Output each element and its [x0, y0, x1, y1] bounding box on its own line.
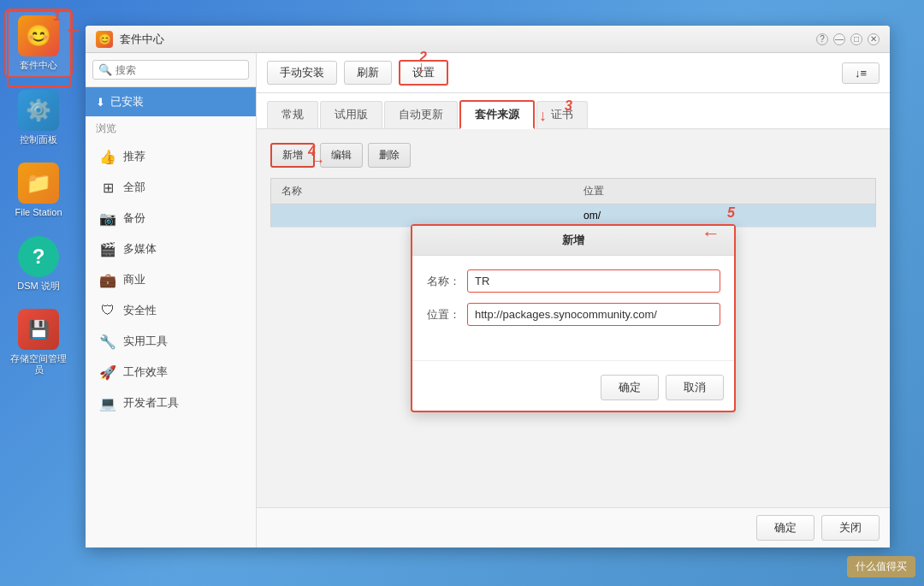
window-titlebar: 😊 套件中心 ? — □ ✕: [86, 26, 890, 53]
settings-content: 新增 编辑 删除 名称 位置: [257, 129, 890, 507]
search-icon: 🔍: [98, 63, 112, 76]
backup-label: 备份: [123, 210, 145, 226]
sidebar-item-media[interactable]: 🎬 多媒体: [86, 234, 256, 264]
name-input[interactable]: [467, 269, 720, 293]
dialog-title: 新增: [412, 226, 734, 256]
window-title: 套件中心: [120, 32, 164, 47]
search-input-wrap: 🔍: [92, 60, 249, 80]
help-button[interactable]: ?: [816, 33, 828, 45]
annotation-3: 3: [565, 98, 572, 114]
ctrl-panel-icon: ⚙️: [18, 90, 59, 131]
dialog-body: 名称： 位置：: [412, 256, 734, 350]
tab-trial[interactable]: 试用版: [320, 101, 382, 128]
refresh-button[interactable]: 刷新: [344, 61, 392, 85]
utility-label: 实用工具: [123, 334, 168, 349]
desktop-icon-storage-mgr[interactable]: 💾 存储空间管理员: [4, 304, 73, 381]
toolbar-right: ↓≡: [842, 62, 880, 84]
sidebar-item-business[interactable]: 💼 商业: [86, 264, 256, 295]
name-label: 名称：: [426, 274, 460, 289]
all-icon: ⊞: [99, 179, 116, 196]
pkg-center-label: 套件中心: [20, 60, 57, 71]
business-label: 商业: [123, 272, 145, 287]
annotation-4: 4: [308, 144, 316, 159]
dsm-help-icon: ?: [18, 236, 59, 277]
productivity-label: 工作效率: [123, 364, 168, 380]
toolbar: 手动安装 刷新 设置 ↓≡: [257, 53, 890, 93]
storage-mgr-icon: 💾: [18, 309, 59, 350]
taskbar: 😊 套件中心 ⚙️ 控制面板 📁 File Station ? DSM 说明 💾…: [0, 0, 77, 586]
desktop-icon-dsm-help[interactable]: ? DSM 说明: [4, 231, 73, 297]
dialog-cancel-button[interactable]: 取消: [666, 375, 724, 400]
business-icon: 💼: [99, 271, 116, 288]
minimize-button[interactable]: —: [833, 33, 845, 45]
sidebar-item-security[interactable]: 🛡 安全性: [86, 295, 256, 326]
titlebar-left: 😊 套件中心: [96, 31, 164, 48]
location-row: 位置：: [426, 303, 720, 326]
desktop-icon-pkg-center[interactable]: 😊 套件中心: [4, 9, 73, 78]
desktop: 😊 套件中心 ⚙️ 控制面板 📁 File Station ? DSM 说明 💾…: [0, 0, 924, 586]
security-icon: 🛡: [99, 302, 116, 319]
annotation-5: 5: [727, 205, 735, 221]
sidebar-item-all[interactable]: ⊞ 全部: [86, 172, 256, 203]
tab-pkg-source[interactable]: 套件来源: [459, 100, 535, 129]
recommended-icon: 👍: [99, 148, 116, 165]
settings-tabs: 常规 试用版 自动更新 套件来源 证书: [257, 93, 890, 129]
close-button[interactable]: ✕: [868, 33, 880, 45]
watermark: 什么值得买: [847, 556, 915, 577]
desktop-icon-file-station[interactable]: 📁 File Station: [4, 157, 73, 223]
titlebar-app-icon: 😊: [96, 31, 113, 48]
security-label: 安全性: [123, 303, 157, 318]
tab-auto-update[interactable]: 自动更新: [384, 101, 458, 128]
all-label: 全部: [123, 180, 145, 195]
utility-icon: 🔧: [99, 333, 116, 350]
ctrl-panel-label: 控制面板: [20, 134, 57, 145]
dialog-divider: [412, 360, 734, 361]
desktop-icon-ctrl-panel[interactable]: ⚙️ 控制面板: [4, 85, 73, 151]
browse-label: 浏览: [86, 116, 256, 141]
sidebar-item-productivity[interactable]: 🚀 工作效率: [86, 357, 256, 388]
location-input[interactable]: [467, 303, 720, 326]
restore-button[interactable]: □: [850, 33, 862, 45]
manual-install-button[interactable]: 手动安装: [267, 61, 337, 85]
sidebar-item-recommended[interactable]: 👍 推荐: [86, 141, 256, 172]
footer-confirm-button[interactable]: 确定: [756, 515, 814, 541]
storage-mgr-label: 存储空间管理员: [9, 353, 68, 376]
sidebar-item-utility[interactable]: 🔧 实用工具: [86, 326, 256, 357]
media-label: 多媒体: [123, 241, 157, 257]
annotation-2: 2: [419, 50, 427, 65]
window-body: 🔍 ⬇ 已安装 浏览 👍 推荐 ⊞ 全部: [86, 53, 890, 548]
sidebar-item-devtools[interactable]: 💻 开发者工具: [86, 388, 256, 418]
file-station-icon: 📁: [18, 163, 59, 204]
file-station-label: File Station: [15, 207, 62, 218]
media-icon: 🎬: [99, 240, 116, 257]
sidebar: 🔍 ⬇ 已安装 浏览 👍 推荐 ⊞ 全部: [86, 53, 257, 548]
backup-icon: 📷: [99, 210, 116, 227]
search-input[interactable]: [116, 64, 243, 76]
recommended-label: 推荐: [123, 149, 145, 164]
dialog-footer: 确定 取消: [412, 368, 734, 411]
search-bar: 🔍: [86, 53, 256, 87]
sidebar-item-backup[interactable]: 📷 备份: [86, 203, 256, 234]
dsm-help-label: DSM 说明: [17, 281, 60, 292]
dialog-confirm-button[interactable]: 确定: [601, 375, 659, 400]
annotation-1: 1: [53, 9, 61, 24]
devtools-label: 开发者工具: [123, 395, 179, 411]
download-icon: ⬇: [96, 96, 105, 109]
location-label: 位置：: [426, 307, 460, 323]
installed-label: 已安装: [110, 94, 144, 110]
main-area: 手动安装 刷新 设置 ↓≡ 常规 试用版 自动更新 套件来源 证书: [257, 53, 890, 548]
installed-section[interactable]: ⬇ 已安装: [86, 87, 256, 116]
devtools-icon: 💻: [99, 394, 116, 411]
window-footer: 确定 关闭: [257, 507, 890, 548]
footer-close-button[interactable]: 关闭: [821, 515, 880, 541]
add-source-dialog: 新增 名称： 位置：: [411, 224, 736, 412]
tab-certificate[interactable]: 证书: [536, 101, 588, 128]
productivity-icon: 🚀: [99, 364, 116, 381]
sort-button[interactable]: ↓≡: [842, 62, 880, 84]
name-row: 名称：: [426, 269, 720, 293]
pkg-center-window: 😊 套件中心 ? — □ ✕ 🔍 ⬇: [86, 26, 890, 548]
titlebar-controls: ? — □ ✕: [816, 33, 880, 45]
dialog-overlay: 新增 名称： 位置：: [257, 129, 890, 507]
tab-general[interactable]: 常规: [267, 101, 318, 128]
